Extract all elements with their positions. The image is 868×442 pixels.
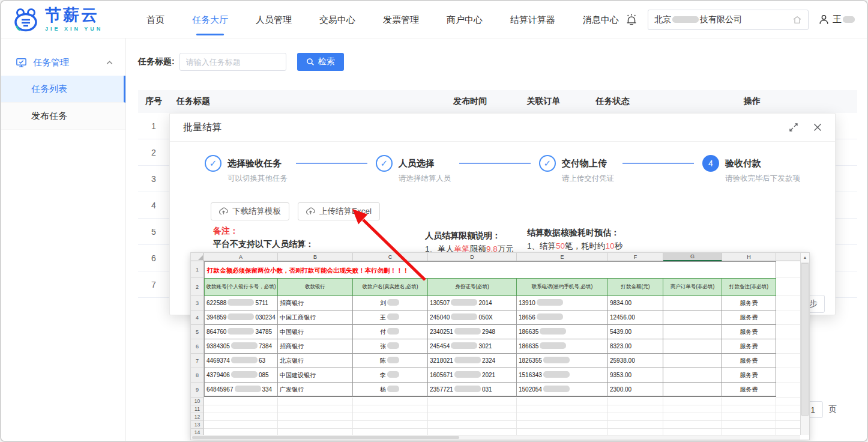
step-subtitle: 请上传交付凭证	[562, 174, 615, 184]
excel-empty-cell	[204, 421, 278, 429]
nav-item-1[interactable]: 首页	[146, 1, 164, 38]
excel-cell-r8-G	[663, 368, 722, 383]
excel-column-letter-A: A	[204, 253, 278, 261]
app-window: 节薪云 JIE XIN YUN 首页任务大厅人员管理交易中心发票管理商户中心结算…	[0, 0, 868, 442]
excel-filler-cell	[776, 354, 800, 368]
nav-item-6[interactable]: 商户中心	[447, 1, 483, 38]
nav-item-2[interactable]: 任务大厅	[192, 1, 228, 38]
excel-empty-row: 12	[191, 413, 800, 421]
redacted-text	[228, 313, 254, 320]
sidebar-item-2[interactable]: 发布任务	[1, 103, 125, 130]
excel-empty-cell	[608, 398, 663, 405]
excel-cell-r6-E: 186635	[517, 339, 608, 354]
excel-empty-cell	[278, 413, 353, 421]
excel-cell-r7-A: 446937463	[204, 354, 278, 368]
excel-column-letter-D: D	[428, 253, 517, 261]
excel-row-number: 13	[191, 421, 204, 429]
excel-cell-r9-E: 1502054	[517, 383, 608, 397]
row-index: 6	[138, 253, 169, 263]
excel-cell-r6-H: 服务费	[722, 339, 776, 354]
excel-cell-r8-C: 李	[353, 368, 428, 383]
excel-empty-cell	[663, 429, 722, 435]
limit-note-title: 人员结算限额说明：	[425, 230, 514, 241]
excel-cell-r7-B: 北京银行	[278, 354, 353, 368]
nav-item-7[interactable]: 结算计算器	[510, 1, 555, 38]
nav-item-4[interactable]: 交易中心	[319, 1, 355, 38]
excel-filler-cell	[776, 325, 800, 339]
user-name: 王	[833, 14, 856, 25]
excel-data-row: 36225885711招商银行刘1305072014139109834.00服务…	[191, 296, 800, 310]
row-index: 1	[138, 121, 169, 131]
nav-item-3[interactable]: 人员管理	[256, 1, 292, 38]
sidebar-group-task-management[interactable]: 任务管理	[1, 49, 125, 76]
excel-cell-r4-B: 中国工商银行	[278, 310, 353, 325]
search-button[interactable]: 检索	[297, 53, 344, 71]
task-title-input[interactable]	[179, 53, 286, 71]
logo[interactable]: 节薪云 JIE XIN YUN	[12, 7, 131, 32]
step-texts: 验收付款请验收完毕后下发款项	[725, 155, 800, 184]
excel-cell-r4-C: 王	[353, 310, 428, 325]
nav-item-5[interactable]: 发票管理	[383, 1, 419, 38]
redacted-text	[843, 16, 855, 23]
redacted-text	[543, 357, 570, 363]
close-icon[interactable]	[813, 123, 822, 132]
row-index: 3	[138, 174, 169, 184]
excel-empty-cell	[663, 398, 722, 405]
sidebar-group-label: 任务管理	[33, 57, 69, 68]
table-header-1: 序号	[138, 96, 169, 107]
modal-header: 批量结算	[170, 114, 835, 142]
settlement-limit-note: 人员结算限额说明： 1、单人单笔限额9.8万元	[425, 230, 514, 255]
excel-row-number: 11	[191, 405, 204, 413]
sidebar-item-1[interactable]: 任务列表	[1, 76, 125, 103]
horizontal-scroll-thumb	[192, 436, 459, 439]
excel-empty-cell	[722, 429, 776, 435]
modal-title: 批量结算	[183, 121, 222, 134]
company-name: 北京技有限公司	[654, 14, 742, 25]
redacted-text	[387, 328, 399, 335]
excel-empty-cell	[353, 421, 428, 429]
excel-cell-r4-F: 12456.00	[608, 310, 663, 325]
step-subtitle: 请验收完毕后下发款项	[725, 174, 800, 184]
redacted-text	[540, 342, 566, 349]
excel-header-cell: 收款银行	[278, 278, 353, 296]
excel-column-letter-C: C	[353, 253, 428, 261]
redacted-text	[537, 299, 563, 306]
excel-cell-r5-D: 23402512948	[428, 325, 517, 339]
highlight-red-text: 10	[606, 241, 615, 250]
excel-column-letter-B: B	[278, 253, 353, 261]
row-index: 4	[138, 201, 169, 210]
excel-cell-r3-B: 招商银行	[278, 296, 353, 310]
redacted-text	[543, 371, 570, 378]
step-check-icon: ✓	[376, 155, 393, 172]
remark-title: 备注：	[213, 225, 348, 237]
step-check-icon: ✓	[539, 155, 556, 172]
excel-empty-cell	[608, 421, 663, 429]
excel-row-number: 12	[191, 413, 204, 421]
excel-empty-cell	[517, 398, 608, 405]
redacted-text	[387, 299, 399, 306]
excel-column-letter-G: G	[663, 253, 722, 261]
excel-empty-cell	[204, 413, 278, 421]
user-menu[interactable]: 王	[818, 14, 856, 25]
excel-header-cell: 收款账号(个人银行卡号，必填)	[204, 278, 278, 296]
step-connector	[459, 163, 531, 164]
excel-header-cell: 打款备注(非必填)	[722, 278, 776, 296]
fullscreen-icon[interactable]	[789, 123, 798, 132]
download-template-button[interactable]: 下载结算模板	[211, 202, 289, 220]
nav-item-8[interactable]: 消息中心	[583, 1, 619, 38]
excel-cell-r4-E: 18656	[517, 310, 608, 325]
excel-empty-cell	[353, 413, 428, 421]
upload-excel-button[interactable]: 上传结算Excel	[298, 202, 380, 220]
excel-row-number: 9	[191, 383, 204, 398]
verification-estimate-note: 结算数据核验耗时预估： 1、结算50笔，耗时约10秒	[527, 227, 622, 252]
redacted-text	[231, 342, 258, 349]
excel-filler-cell	[776, 368, 800, 383]
nav-menu: 首页任务大厅人员管理交易中心发票管理商户中心结算计算器消息中心	[146, 1, 619, 38]
notification-bell-icon[interactable]	[625, 13, 638, 26]
excel-empty-cell	[428, 405, 517, 413]
excel-empty-cell	[776, 398, 800, 405]
company-selector[interactable]: 北京技有限公司	[648, 10, 809, 30]
nav-right: 北京技有限公司 王	[625, 10, 856, 30]
excel-header-cell: 商户订单号(非必填)	[663, 278, 722, 296]
redacted-text	[228, 328, 254, 335]
